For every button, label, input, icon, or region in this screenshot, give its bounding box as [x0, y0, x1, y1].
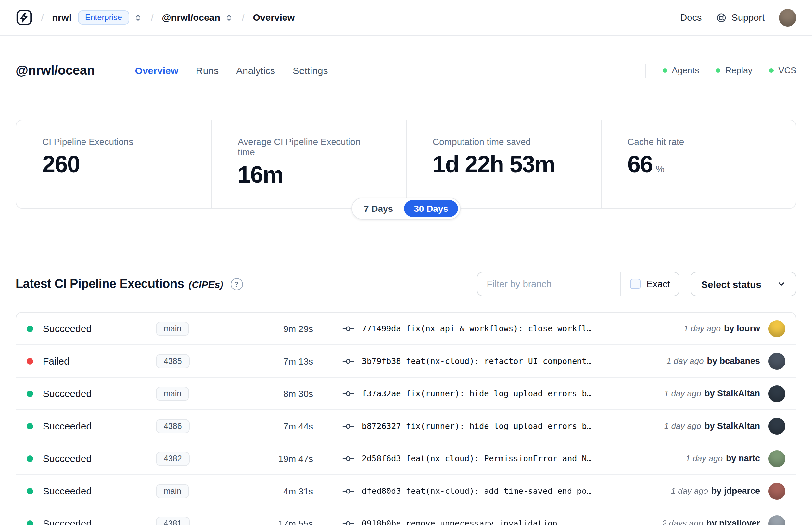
relative-time: 2 days ago [662, 519, 703, 525]
commit-message: 0918b0be remove unnecessary invalidation [362, 519, 557, 525]
branch-filter-input[interactable] [477, 279, 621, 289]
duration-label: 9m 29s [238, 323, 313, 334]
status-label: Succeeded [43, 323, 156, 334]
tab-settings[interactable]: Settings [293, 65, 328, 76]
git-commit-icon [342, 355, 355, 368]
relative-time: 1 day ago [664, 421, 701, 431]
status-label: Succeeded [43, 518, 156, 525]
branch-cell: 4381 [156, 516, 238, 525]
status-dot [27, 423, 33, 429]
duration-label: 17m 55s [238, 518, 313, 525]
author-label: by StalkAltan [704, 389, 760, 398]
relative-time: 1 day ago [664, 389, 701, 398]
range-toggle: 7 Days 30 Days [351, 197, 461, 220]
stat-card-ci-pipeline-executions: CI Pipeline Executions 260 [16, 120, 211, 208]
author-label: by jdpearce [711, 486, 760, 496]
range-toggle-row: 7 Days 30 Days [0, 197, 812, 220]
section-title: Latest CI Pipeline Executions [16, 277, 184, 291]
breadcrumb-separator: / [242, 12, 244, 23]
cipe-section-header: Latest CI Pipeline Executions (CIPEs) ? … [16, 272, 796, 296]
breadcrumb-workspace[interactable]: @nrwl/ocean [162, 12, 220, 23]
commit-cell: f37a32ae fix(runner): hide log upload er… [342, 387, 592, 400]
branch-cell: main [156, 386, 238, 401]
commit-message: 771499da fix(nx-api & workflows): close … [362, 324, 592, 333]
exact-toggle[interactable]: Exact [621, 272, 679, 296]
git-commit-icon [342, 387, 355, 400]
git-commit-icon [342, 517, 355, 525]
docs-link[interactable]: Docs [680, 12, 702, 23]
workspace-switcher-chevrons-icon[interactable] [225, 13, 233, 22]
table-row[interactable]: Succeeded main 8m 30s f37a32ae fix(runne… [16, 377, 796, 409]
branch-badge: 4385 [156, 354, 190, 368]
avatar [768, 320, 785, 337]
stat-label: Average CI Pipeline Execution time [238, 136, 380, 157]
green-dot-icon [769, 68, 774, 73]
nx-cloud-logo-icon[interactable] [16, 9, 32, 26]
select-status-label: Select status [701, 279, 761, 289]
workspace-header: @nrwl/ocean Overview Runs Analytics Sett… [16, 63, 796, 78]
tab-overview[interactable]: Overview [135, 65, 178, 76]
table-controls: Exact Select status [477, 272, 796, 296]
enterprise-badge[interactable]: Enterprise [78, 10, 129, 25]
stat-card-avg-execution-time: Average CI Pipeline Execution time 16m [211, 120, 406, 208]
page: / nrwl Enterprise / @nrwl/ocean / Overvi… [0, 0, 812, 525]
table-row[interactable]: Succeeded main 9m 29s 771499da fix(nx-ap… [16, 313, 796, 344]
org-switcher-chevrons-icon[interactable] [134, 13, 142, 22]
row-meta: 1 day ago by lourw [684, 320, 785, 337]
tab-analytics[interactable]: Analytics [236, 65, 275, 76]
table-row[interactable]: Succeeded 4382 19m 47s 2d58f6d3 feat(nx-… [16, 442, 796, 474]
breadcrumb-separator: / [151, 12, 153, 23]
git-commit-icon [342, 484, 355, 497]
duration-label: 4m 31s [238, 486, 313, 496]
tab-runs[interactable]: Runs [196, 65, 219, 76]
branch-cell: 4385 [156, 354, 238, 368]
status-dot [27, 358, 33, 364]
vcs-link[interactable]: VCS [769, 65, 796, 75]
replay-label: Replay [725, 65, 752, 75]
branch-badge: 4382 [156, 451, 190, 466]
row-meta: 1 day ago by StalkAltan [664, 418, 785, 434]
executions-table: Succeeded main 9m 29s 771499da fix(nx-ap… [16, 312, 796, 525]
branch-badge: 4381 [156, 516, 190, 525]
avatar [768, 482, 785, 499]
support-link[interactable]: Support [716, 12, 765, 23]
user-avatar[interactable] [779, 9, 796, 26]
stat-card-computation-time-saved: Computation time saved 1d 22h 53m [406, 120, 601, 208]
relative-time: 1 day ago [686, 453, 723, 463]
status-label: Succeeded [43, 453, 156, 464]
stat-value: 66% [628, 151, 770, 178]
table-row[interactable]: Succeeded 4386 7m 44s b8726327 fix(runne… [16, 409, 796, 442]
commit-message: f37a32ae fix(runner): hide log upload er… [362, 389, 592, 398]
breadcrumb-org[interactable]: nrwl [52, 12, 72, 23]
table-row[interactable]: Failed 4385 7m 13s 3b79fb38 feat(nx-clou… [16, 344, 796, 377]
exact-label: Exact [646, 279, 670, 289]
help-icon[interactable]: ? [230, 278, 243, 290]
replay-link[interactable]: Replay [716, 65, 752, 75]
branch-badge: 4386 [156, 419, 190, 433]
commit-cell: 2d58f6d3 feat(nx-cloud): PermissionError… [342, 452, 592, 465]
commit-cell: 771499da fix(nx-api & workflows): close … [342, 322, 592, 335]
breadcrumb-page: Overview [253, 12, 295, 23]
workspace-status-links: Agents Replay VCS [645, 63, 796, 78]
author-label: by bcabanes [707, 356, 760, 366]
table-row[interactable]: Succeeded main 4m 31s dfed80d3 feat(nx-c… [16, 474, 796, 507]
range-7-days-button[interactable]: 7 Days [354, 200, 403, 217]
agents-link[interactable]: Agents [663, 65, 699, 75]
support-label: Support [732, 12, 765, 23]
author-label: by nixallover [706, 519, 760, 525]
table-row[interactable]: Succeeded 4381 17m 55s 0918b0be remove u… [16, 507, 796, 525]
avatar [768, 450, 785, 467]
range-30-days-button[interactable]: 30 Days [404, 200, 458, 217]
commit-cell: 0918b0be remove unnecessary invalidation [342, 517, 557, 525]
top-navbar: / nrwl Enterprise / @nrwl/ocean / Overvi… [0, 0, 812, 36]
select-status-dropdown[interactable]: Select status [691, 272, 796, 296]
branch-cell: main [156, 484, 238, 498]
navbar-right: Docs Support [680, 9, 796, 26]
relative-time: 1 day ago [684, 324, 721, 333]
git-commit-icon [342, 322, 355, 335]
chevron-down-icon [777, 280, 786, 288]
row-meta: 1 day ago by StalkAltan [664, 385, 785, 402]
commit-message: 2d58f6d3 feat(nx-cloud): PermissionError… [362, 453, 592, 463]
exact-checkbox[interactable] [630, 279, 641, 289]
commit-cell: dfed80d3 feat(nx-cloud): add time-saved … [342, 484, 592, 497]
